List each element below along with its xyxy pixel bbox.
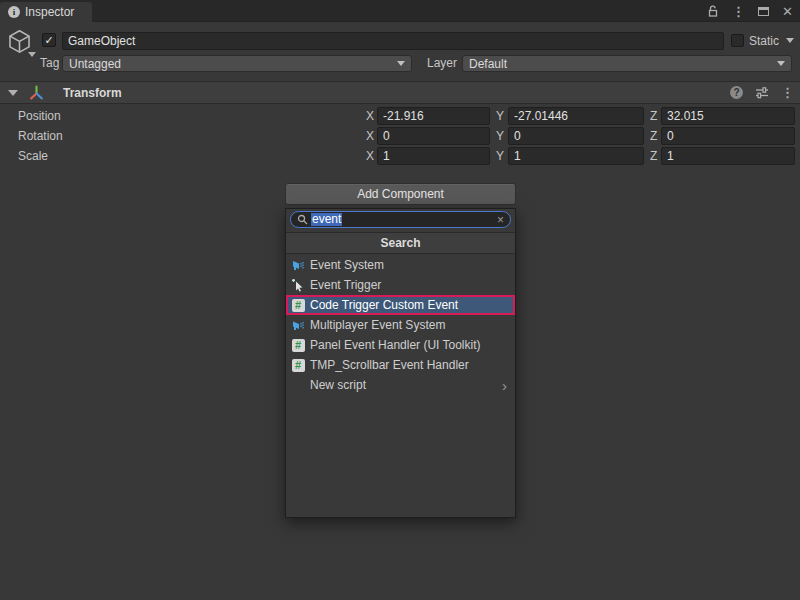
position-y-input[interactable] <box>508 107 644 125</box>
list-item-tmp-scrollbar-event-handler[interactable]: # TMP_Scrollbar Event Handler <box>286 355 515 375</box>
layer-value: Default <box>469 57 507 71</box>
empty-icon-slot <box>291 378 305 392</box>
event-system-icon <box>291 258 305 272</box>
submenu-arrow-icon: › <box>502 378 507 393</box>
axis-z-label: Z <box>650 149 657 163</box>
list-item-multiplayer-event-system[interactable]: Multiplayer Event System <box>286 315 515 335</box>
chevron-down-icon <box>777 61 785 66</box>
list-item-new-script[interactable]: New script › <box>286 375 515 395</box>
search-text-selected: event <box>311 213 342 226</box>
close-icon[interactable]: ✕ <box>782 5 793 18</box>
row-label: Rotation <box>18 129 63 143</box>
axis-x-label: X <box>366 109 374 123</box>
clear-search-icon[interactable]: × <box>497 214 504 226</box>
axis-z-label: Z <box>650 129 657 143</box>
script-icon: # <box>291 298 305 312</box>
axis-x-label: X <box>366 149 374 163</box>
position-x-input[interactable] <box>377 107 490 125</box>
add-component-button[interactable]: Add Component <box>285 183 516 205</box>
script-icon: # <box>291 358 305 372</box>
inspector-window: i Inspector ⋮ ✕ ✓ Static Tag Untagged L <box>0 0 800 600</box>
rotation-row: Rotation X Y Z <box>0 127 800 147</box>
chevron-down-icon <box>397 61 405 66</box>
static-checkbox[interactable] <box>731 34 744 47</box>
list-item-label: TMP_Scrollbar Event Handler <box>310 358 469 372</box>
script-icon: # <box>291 338 305 352</box>
window-controls: ⋮ ✕ <box>707 0 793 22</box>
position-row: Position X Y Z <box>0 107 800 127</box>
transform-icon <box>28 84 45 101</box>
layer-label: Layer <box>427 55 457 72</box>
rotation-z-input[interactable] <box>661 127 795 145</box>
axis-y-label: Y <box>496 129 504 143</box>
axis-x-label: X <box>366 129 374 143</box>
position-z-input[interactable] <box>661 107 795 125</box>
tag-value: Untagged <box>69 57 121 71</box>
active-checkbox[interactable]: ✓ <box>42 33 56 47</box>
check-icon: ✓ <box>44 35 53 46</box>
row-label: Scale <box>18 149 48 163</box>
row-label: Position <box>18 109 61 123</box>
component-list: Event System Event Trigger # Code Trigge… <box>286 255 515 395</box>
list-item-label: Event Trigger <box>310 278 381 292</box>
axis-y-label: Y <box>496 109 504 123</box>
layer-dropdown[interactable]: Default <box>462 55 792 72</box>
list-item-panel-event-handler[interactable]: # Panel Event Handler (UI Toolkit) <box>286 335 515 355</box>
scale-row: Scale X Y Z <box>0 147 800 167</box>
component-title: Transform <box>63 86 122 100</box>
list-item-code-trigger-custom-event[interactable]: # Code Trigger Custom Event <box>286 295 515 315</box>
static-label: Static <box>749 34 779 48</box>
static-dropdown-caret[interactable] <box>786 38 794 43</box>
list-item-label: Panel Event Handler (UI Toolkit) <box>310 338 481 352</box>
component-menu-icon[interactable]: ⋮ <box>781 86 794 99</box>
rotation-x-input[interactable] <box>377 127 490 145</box>
list-item-label: New script <box>310 378 366 392</box>
presets-icon[interactable] <box>755 86 769 99</box>
maximize-icon[interactable] <box>758 7 769 16</box>
list-item-label: Event System <box>310 258 384 272</box>
add-component-popup: event × Search Event System <box>285 208 516 518</box>
help-icon[interactable]: ? <box>730 86 743 99</box>
search-section-header: Search <box>286 232 515 254</box>
lock-icon[interactable] <box>707 5 719 18</box>
search-icon <box>297 214 308 225</box>
search-input[interactable]: event × <box>290 211 511 228</box>
tab-menu-icon[interactable]: ⋮ <box>732 5 745 18</box>
list-item-label: Multiplayer Event System <box>310 318 445 332</box>
scale-z-input[interactable] <box>661 147 795 165</box>
list-item-label: Code Trigger Custom Event <box>310 298 458 312</box>
axis-y-label: Y <box>496 149 504 163</box>
event-system-icon <box>291 318 305 332</box>
tab-inspector[interactable]: i Inspector <box>0 2 92 22</box>
gameobject-name-input[interactable] <box>62 32 724 50</box>
info-icon: i <box>8 6 20 18</box>
tab-title: Inspector <box>25 5 74 19</box>
list-item-event-trigger[interactable]: Event Trigger <box>286 275 515 295</box>
scale-y-input[interactable] <box>508 147 644 165</box>
scale-x-input[interactable] <box>377 147 490 165</box>
foldout-arrow-icon[interactable] <box>8 90 18 96</box>
gameobject-icon-caret[interactable] <box>28 52 36 57</box>
list-item-event-system[interactable]: Event System <box>286 255 515 275</box>
search-section-title: Search <box>380 236 420 250</box>
axis-z-label: Z <box>650 109 657 123</box>
add-component-label: Add Component <box>357 187 444 201</box>
event-trigger-icon <box>291 278 305 292</box>
rotation-y-input[interactable] <box>508 127 644 145</box>
tag-label: Tag <box>40 55 59 72</box>
transform-header[interactable]: Transform ? ⋮ <box>0 81 800 104</box>
tab-bar: i Inspector ⋮ ✕ <box>0 0 800 22</box>
tag-dropdown[interactable]: Untagged <box>62 55 412 72</box>
